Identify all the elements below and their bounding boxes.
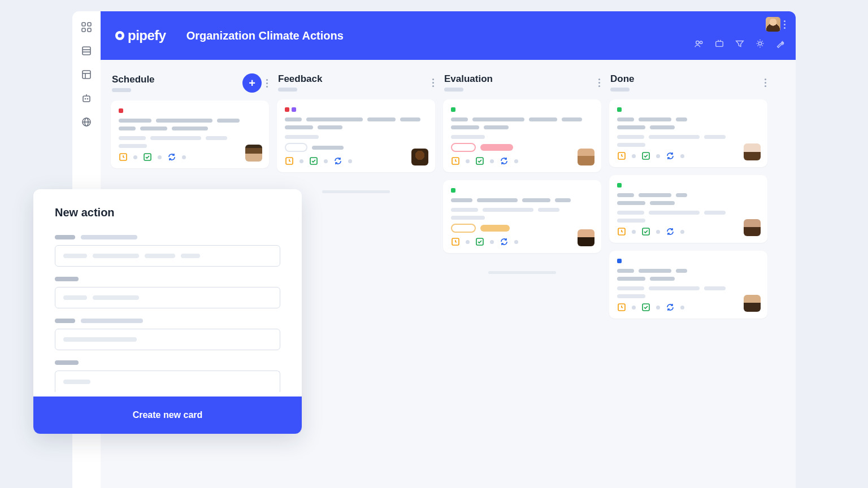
card-label-green xyxy=(451,188,455,193)
svg-point-19 xyxy=(696,41,699,44)
check-icon xyxy=(475,237,484,246)
card-label-purple xyxy=(292,107,296,112)
assignee-avatar xyxy=(578,149,594,165)
apps-icon[interactable] xyxy=(81,21,92,33)
kanban-card[interactable] xyxy=(609,251,767,319)
check-icon xyxy=(641,151,650,160)
layout-icon[interactable] xyxy=(81,69,92,80)
svg-rect-7 xyxy=(83,71,90,79)
wrench-icon[interactable] xyxy=(775,38,785,49)
refresh-icon xyxy=(500,156,509,165)
svg-rect-3 xyxy=(88,28,91,32)
column-menu-icon[interactable] xyxy=(266,79,268,88)
filter-icon[interactable] xyxy=(735,38,745,49)
column-title: Feedback xyxy=(278,73,322,85)
assignee-avatar xyxy=(744,143,761,160)
form-input-3[interactable] xyxy=(55,329,280,350)
assignee-avatar xyxy=(411,149,428,165)
check-icon xyxy=(641,227,650,236)
clock-icon xyxy=(119,152,128,162)
assignee-avatar xyxy=(744,219,761,236)
column-subtitle xyxy=(610,88,630,91)
svg-rect-2 xyxy=(82,28,85,32)
svg-point-22 xyxy=(758,42,761,45)
kanban-card[interactable] xyxy=(443,99,601,172)
column-title: Evaluation xyxy=(444,73,493,85)
refresh-icon xyxy=(666,151,675,160)
clock-icon xyxy=(617,227,626,236)
form-input-1[interactable] xyxy=(55,245,280,267)
assignee-avatar xyxy=(245,145,262,162)
modal-title: New action xyxy=(55,206,280,219)
form-input-4[interactable] xyxy=(55,371,280,392)
assignee-avatar xyxy=(744,295,761,312)
topbar-menu-icon[interactable] xyxy=(784,20,785,29)
column-menu-icon[interactable] xyxy=(598,79,600,87)
board-title: Organization Climate Actions xyxy=(186,29,344,42)
globe-icon[interactable] xyxy=(81,116,92,128)
column-menu-icon[interactable] xyxy=(765,79,766,87)
svg-rect-1 xyxy=(88,23,91,26)
refresh-icon xyxy=(666,303,675,312)
column-footer xyxy=(322,190,390,193)
column-subtitle xyxy=(278,88,297,91)
bot-icon[interactable] xyxy=(81,93,92,104)
column-subtitle xyxy=(444,88,463,91)
refresh-icon xyxy=(167,152,176,162)
kanban-card[interactable] xyxy=(277,99,435,172)
svg-rect-0 xyxy=(82,23,85,26)
column-menu-icon[interactable] xyxy=(432,79,434,87)
check-icon xyxy=(143,152,152,162)
members-icon[interactable] xyxy=(694,38,704,49)
card-label-green xyxy=(617,183,622,188)
clock-icon xyxy=(617,303,626,312)
check-icon xyxy=(309,156,318,165)
card-label-green xyxy=(451,107,455,112)
kanban-card[interactable] xyxy=(111,101,269,168)
user-avatar[interactable] xyxy=(766,17,780,32)
inbox-icon[interactable] xyxy=(714,38,724,49)
card-chip xyxy=(451,143,476,152)
svg-point-12 xyxy=(85,99,86,99)
new-card-modal: New action Create new card xyxy=(33,189,302,434)
kanban-card[interactable] xyxy=(443,180,601,253)
card-chip xyxy=(480,225,510,232)
refresh-icon xyxy=(666,227,675,236)
svg-point-18 xyxy=(118,34,122,38)
assignee-avatar xyxy=(578,229,594,246)
topbar: pipefy Organization Climate Actions xyxy=(101,11,796,60)
column-title: Schedule xyxy=(112,74,155,85)
card-label-red xyxy=(285,107,289,112)
svg-point-13 xyxy=(88,99,88,99)
kanban-card[interactable] xyxy=(609,99,767,167)
svg-point-20 xyxy=(700,41,702,43)
brand-logo: pipefy xyxy=(114,28,166,43)
svg-rect-10 xyxy=(83,96,90,102)
column-evaluation: Evaluation xyxy=(443,71,601,488)
column-title: Done xyxy=(610,73,635,85)
settings-icon[interactable] xyxy=(755,38,765,49)
clock-icon xyxy=(617,151,626,160)
svg-rect-21 xyxy=(716,41,723,46)
column-footer xyxy=(488,271,556,274)
card-chip xyxy=(451,224,476,233)
column-subtitle xyxy=(112,88,131,92)
refresh-icon xyxy=(333,156,342,165)
add-card-button[interactable]: + xyxy=(242,73,262,93)
svg-rect-4 xyxy=(83,47,90,55)
kanban-card[interactable] xyxy=(609,175,767,243)
card-label-red xyxy=(119,108,123,113)
clock-icon xyxy=(285,156,294,165)
clock-icon xyxy=(451,156,460,165)
form-input-2[interactable] xyxy=(55,287,280,308)
list-icon[interactable] xyxy=(81,45,92,56)
column-done: Done xyxy=(609,71,767,488)
card-label-green xyxy=(617,107,622,112)
refresh-icon xyxy=(500,237,509,246)
card-chip xyxy=(480,144,513,151)
card-label-blue xyxy=(617,259,622,263)
clock-icon xyxy=(451,237,460,246)
check-icon xyxy=(475,156,484,165)
card-chip xyxy=(285,143,307,152)
create-card-button[interactable]: Create new card xyxy=(33,396,302,434)
